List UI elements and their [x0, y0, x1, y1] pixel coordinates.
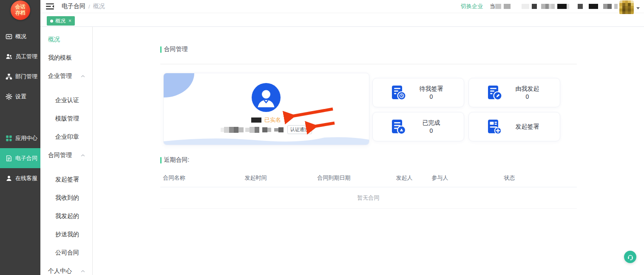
- org-chart-icon: [6, 73, 12, 80]
- submenu-item-label: 企业管理: [48, 72, 72, 80]
- stat-card-text: 由我发起0: [504, 85, 551, 101]
- secondary-sidebar: 概况我的模板企业管理企业认证模版管理企业印章合同管理发起签署我收到的我发起的抄送…: [40, 27, 93, 275]
- sidebar-item-label: 员工管理: [15, 53, 37, 60]
- blurred-user-name: [221, 127, 284, 133]
- collapse-menu-icon[interactable]: [46, 3, 54, 10]
- submenu-item-initiated-by-me[interactable]: 我发起的: [40, 207, 92, 225]
- submenu-item-received-by-me[interactable]: 我收到的: [40, 189, 92, 207]
- stat-value: 0: [504, 93, 551, 101]
- submenu-item-enterprise-management[interactable]: 企业管理: [40, 67, 92, 85]
- submenu-item-cc-to-me[interactable]: 抄送我的: [40, 225, 92, 243]
- stat-label: 已完成: [408, 119, 455, 127]
- submenu-item-my-templates[interactable]: 我的模板: [40, 49, 92, 67]
- doc-edit-icon: [485, 83, 504, 102]
- blurred-id-block: [251, 117, 261, 123]
- stat-label: 由我发起: [504, 85, 551, 93]
- user-avatar-icon: [252, 83, 281, 112]
- stat-card-initiated-by-me[interactable]: 由我发起0: [468, 78, 560, 107]
- stat-card-completed[interactable]: 已完成0: [372, 112, 464, 141]
- table-column-header: 合同到期日期: [318, 174, 396, 182]
- tab-label: 概况: [55, 17, 65, 25]
- submenu-item-enterprise-auth[interactable]: 企业认证: [40, 91, 92, 109]
- table-column-header: 发起时间: [245, 174, 318, 182]
- submenu-item-initiate-signing[interactable]: 发起签署: [40, 170, 92, 189]
- submenu-item-template-management[interactable]: 模版管理: [40, 109, 92, 128]
- breadcrumb-current: 概况: [93, 3, 105, 10]
- primary-sidebar: 会话 存档 概况员工管理部门管理设置应用中心电子合同在线客服: [0, 0, 40, 275]
- app-root: 会话 存档 概况员工管理部门管理设置应用中心电子合同在线客服 电子合同 / 概况…: [0, 0, 644, 275]
- avatar[interactable]: [619, 0, 634, 14]
- workspace: 概况我的模板企业管理企业认证模版管理企业印章合同管理发起签署我收到的我发起的抄送…: [40, 27, 644, 275]
- submenu-item-label: 个人中心: [48, 267, 72, 275]
- sidebar-item-e-contract[interactable]: 电子合同: [0, 148, 40, 168]
- apps-icon: [6, 135, 12, 142]
- contract-stats-grid: 待我签署0由我发起0已完成0发起签署: [372, 78, 560, 145]
- main-content: 合同管理: [93, 27, 644, 275]
- decorative-corner: [164, 73, 194, 97]
- chevron-up-icon[interactable]: [80, 269, 85, 274]
- realname-row: 已实名: [164, 116, 369, 124]
- stat-label: 待我签署: [408, 85, 455, 93]
- submenu-item-enterprise-seal[interactable]: 企业印章: [40, 128, 92, 146]
- table-empty-state: 暂无合同: [160, 187, 577, 209]
- users-icon: [6, 53, 12, 60]
- sidebar-item-label: 设置: [15, 93, 26, 100]
- recent-contracts-table: 合同名称发起时间合同到期日期发起人参与人状态 暂无合同: [160, 174, 577, 209]
- chevron-up-icon[interactable]: [80, 74, 85, 79]
- submenu-item-label: 模版管理: [55, 115, 79, 123]
- table-header-row: 合同名称发起时间合同到期日期发起人参与人状态: [160, 174, 577, 187]
- stat-card-text: 已完成0: [408, 119, 455, 135]
- company-cert-row: 认证通过: [164, 125, 369, 134]
- topbar-right: 切换企业 当: [461, 0, 640, 14]
- company-name-prefix: 当: [490, 3, 495, 10]
- stat-card-awaiting-my-signature[interactable]: 待我签署0: [372, 78, 464, 107]
- gear-icon: [6, 93, 12, 100]
- submenu-item-label: 企业印章: [55, 133, 79, 141]
- stat-card-initiate-signing[interactable]: 发起签署: [468, 112, 560, 141]
- table-column-header: 参与人: [432, 174, 504, 182]
- close-icon[interactable]: ×: [68, 18, 71, 23]
- customer-service-button[interactable]: [624, 251, 636, 263]
- switch-company-link[interactable]: 切换企业: [461, 3, 483, 10]
- divider: [160, 64, 577, 64]
- sidebar-item-department-management[interactable]: 部门管理: [0, 66, 40, 86]
- table-column-header: 状态: [504, 174, 577, 182]
- submenu-item-contract-management[interactable]: 合同管理: [40, 146, 92, 164]
- green-bar-icon: [160, 46, 162, 53]
- tab-overview[interactable]: 概况 ×: [47, 16, 75, 26]
- tab-active-dot-icon: [50, 20, 53, 23]
- submenu-item-overview[interactable]: 概况: [40, 30, 92, 49]
- stat-card-text: 发起签署: [504, 123, 551, 131]
- submenu-item-label: 发起签署: [55, 176, 79, 183]
- stat-label: 发起签署: [504, 123, 551, 131]
- contract-icon: [6, 155, 12, 162]
- submenu-item-personal-center[interactable]: 个人中心: [40, 262, 92, 275]
- submenu-item-label: 我的模板: [48, 54, 72, 62]
- decorative-wave: [164, 134, 369, 145]
- sidebar-item-app-center[interactable]: 应用中心: [0, 128, 40, 148]
- chevron-up-icon[interactable]: [80, 153, 85, 158]
- stat-value: 0: [408, 127, 455, 135]
- submenu-item-label: 合同管理: [48, 152, 72, 159]
- sidebar-item-employee-management[interactable]: 员工管理: [0, 46, 40, 66]
- logo-line1: 会话: [15, 4, 26, 10]
- green-bar-icon: [160, 157, 162, 163]
- sidebar-item-settings[interactable]: 设置: [0, 86, 40, 106]
- breadcrumb-root[interactable]: 电子合同: [62, 3, 85, 10]
- blurred-company-name: [495, 3, 618, 9]
- sidebar-item-online-service[interactable]: 在线客服: [0, 168, 40, 188]
- sidebar-item-overview[interactable]: 概况: [0, 26, 40, 46]
- doc-plus-icon: [485, 117, 504, 136]
- app-logo[interactable]: 会话 存档: [11, 0, 30, 20]
- certification-badge: 认证通过: [287, 125, 312, 134]
- submenu-item-label: 公司合同: [55, 249, 79, 257]
- submenu-item-label: 概况: [48, 36, 60, 43]
- section-title-contract-management: 合同管理: [160, 46, 577, 53]
- breadcrumb: 电子合同 / 概况: [62, 3, 105, 10]
- section-title-recent-contracts: 近期合同:: [160, 156, 577, 164]
- submenu-item-company-contracts[interactable]: 公司合同: [40, 243, 92, 262]
- right-column: 电子合同 / 概况 切换企业 当 概况 × 概况我的模板企业管理企业认证模版管理: [40, 0, 644, 275]
- sidebar-item-label: 在线客服: [15, 175, 37, 182]
- table-column-header: 发起人: [396, 174, 432, 182]
- caret-down-icon[interactable]: [636, 7, 640, 9]
